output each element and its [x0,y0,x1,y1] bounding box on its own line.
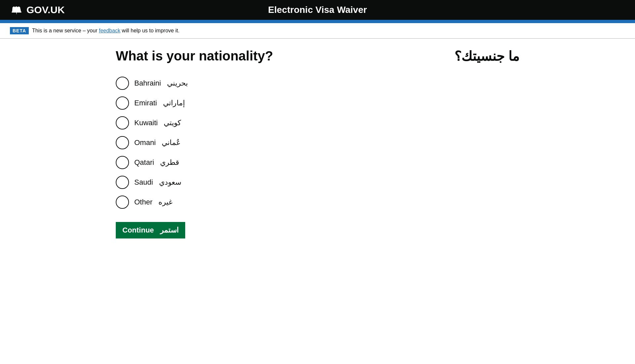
label-bahraini: Bahraini بحريني [134,79,188,88]
option-emirati[interactable]: Emirati إماراتي [116,93,519,113]
label-saudi: Saudi سعودي [134,178,181,187]
option-omani[interactable]: Omani عُماني [116,133,519,153]
beta-tag: BETA [10,27,29,34]
radio-qatari[interactable] [116,156,129,169]
question-arabic: ما جنسيتك؟ [454,49,519,64]
radio-saudi[interactable] [116,176,129,189]
option-kuwaiti[interactable]: Kuwaiti كويتي [116,113,519,133]
label-kuwaiti: Kuwaiti كويتي [134,119,181,127]
page-title: Electronic Visa Waiver [268,5,367,15]
svg-rect-0 [12,12,21,13]
nationality-form: Bahraini بحريني Emirati إماراتي Kuwaiti … [116,73,519,238]
beta-text: This is a new service – your feedback wi… [32,28,180,34]
beta-banner: BETA This is a new service – your feedba… [0,23,635,39]
question-english: What is your nationality? [116,49,314,63]
gov-uk-label: GOV.UK [26,4,65,16]
label-omani: Omani عُماني [134,138,181,147]
radio-emirati[interactable] [116,96,129,110]
main-content: What is your nationality? ما جنسيتك؟ Bah… [106,39,529,248]
nationality-radio-group: Bahraini بحريني Emirati إماراتي Kuwaiti … [116,73,519,212]
crown-icon [10,3,23,17]
label-qatari: Qatari قطري [134,158,179,167]
radio-other[interactable] [116,196,129,209]
radio-omani[interactable] [116,136,129,149]
radio-kuwaiti[interactable] [116,116,129,129]
radio-bahraini[interactable] [116,77,129,90]
label-emirati: Emirati إماراتي [134,99,185,107]
continue-button[interactable]: Continue استمر [116,222,185,238]
option-bahraini[interactable]: Bahraini بحريني [116,73,519,93]
option-saudi[interactable]: Saudi سعودي [116,172,519,192]
option-other[interactable]: Other غيره [116,192,519,212]
blue-bar [0,20,635,23]
site-header: GOV.UK Electronic Visa Waiver [0,0,635,20]
gov-uk-logo[interactable]: GOV.UK [10,3,65,17]
feedback-link[interactable]: feedback [99,28,120,33]
label-other: Other غيره [134,198,173,206]
option-qatari[interactable]: Qatari قطري [116,153,519,172]
